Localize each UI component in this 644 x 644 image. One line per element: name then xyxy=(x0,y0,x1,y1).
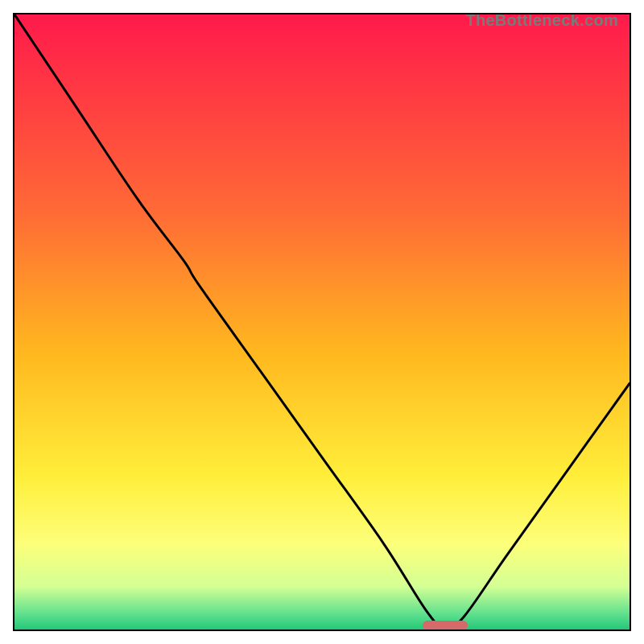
watermark-text: TheBottleneck.com xyxy=(465,13,618,30)
chart-frame: TheBottleneck.com xyxy=(13,13,631,631)
bottleneck-curve xyxy=(14,14,630,630)
optimal-region-marker xyxy=(423,621,468,630)
